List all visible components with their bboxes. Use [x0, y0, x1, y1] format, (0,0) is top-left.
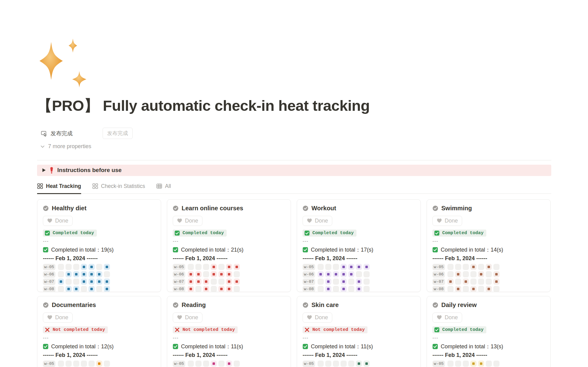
heat-cell-filled: [341, 279, 347, 285]
week-label: w-05: [173, 264, 185, 270]
heat-cell-filled: [104, 279, 110, 285]
heat-cell-empty: [96, 286, 102, 292]
week-label: w-05: [303, 264, 315, 270]
heat-cell-filled: [318, 271, 324, 277]
heat-cell-empty: [73, 279, 79, 285]
heat-grid: w-05w-06: [43, 361, 155, 367]
separator-text: ---: [303, 239, 415, 244]
heat-cell-empty: [203, 361, 209, 367]
done-button[interactable]: Done: [303, 313, 332, 323]
heat-cell-filled: [104, 264, 110, 270]
heat-cell-empty: [348, 286, 354, 292]
status-badge-label: Completed today: [183, 230, 224, 236]
tab-label: Check-in Statistics: [101, 183, 145, 189]
heat-cell-empty: [104, 271, 110, 277]
separator-text: ---: [432, 335, 545, 340]
done-button[interactable]: Done: [432, 216, 462, 226]
habit-card[interactable]: Skin care Done Not completed today ---: [297, 296, 421, 367]
check-circle-icon: [43, 205, 49, 211]
total-line: Completed in total：14(s): [432, 246, 545, 253]
week-label: w-05: [43, 361, 55, 367]
green-check-emoji-icon: [175, 230, 180, 236]
done-button[interactable]: Done: [173, 216, 202, 226]
status-badge-label: Not completed today: [312, 327, 365, 332]
notion-page: 【PRO】 Fully automatic check-in heat trac…: [37, 37, 551, 367]
week-label: w-08: [303, 286, 315, 292]
heat-cell-filled: [211, 271, 217, 277]
card-title: Swimming: [441, 205, 472, 212]
tab-all[interactable]: All: [156, 183, 171, 193]
done-button[interactable]: Done: [43, 313, 73, 323]
heat-cell-empty: [364, 279, 370, 285]
heat-cell-empty: [447, 264, 454, 270]
instructions-toggle[interactable]: Instructions before use: [37, 165, 551, 176]
heat-cell-filled: [364, 361, 370, 367]
heat-cell-empty: [318, 264, 324, 270]
card-header: Documentaries: [43, 301, 155, 309]
red-cross-emoji-icon: [175, 327, 180, 332]
done-button[interactable]: Done: [43, 216, 73, 226]
heat-cell-empty: [203, 264, 209, 270]
heat-cell-empty: [81, 286, 87, 292]
done-button[interactable]: Done: [432, 313, 462, 323]
green-check-emoji-icon: [173, 247, 178, 253]
heat-cell-empty: [325, 264, 331, 270]
heat-grid: w-05w-06w-07w-08w-09: [432, 264, 545, 292]
heat-cell-empty: [333, 361, 339, 367]
habit-card[interactable]: Swimming Done Completed today ---: [427, 199, 551, 292]
heat-grid: w-05w-06w-07w-08w-09: [43, 264, 155, 292]
heat-cell-filled: [333, 271, 339, 277]
property-row[interactable]: 发布完成 发布完成: [37, 128, 551, 139]
heat-cell-filled: [211, 361, 217, 367]
heat-cell-empty: [493, 286, 499, 292]
done-button[interactable]: Done: [173, 313, 202, 323]
heat-week-row: w-07: [432, 279, 545, 285]
heart-icon: [437, 218, 442, 223]
green-check-emoji-icon: [432, 344, 438, 349]
habit-card[interactable]: Reading Done Not completed today ---: [167, 296, 291, 367]
sparkles-page-icon[interactable]: [37, 37, 89, 90]
heart-icon: [307, 315, 312, 320]
week-label: w-07: [43, 279, 55, 285]
tab-heat-tracking[interactable]: Heat Tracking: [37, 183, 81, 193]
heat-cell-empty: [478, 279, 484, 285]
property-name: 发布完成: [51, 130, 73, 137]
heat-week-row: w-06: [432, 271, 545, 278]
habit-card-grid: Healthy diet Done Completed today ---: [37, 199, 551, 367]
habit-card[interactable]: Healthy diet Done Completed today ---: [37, 199, 161, 292]
habit-card[interactable]: Workout Done Completed today ---: [297, 199, 421, 292]
more-properties-toggle[interactable]: 7 more properties: [37, 141, 551, 152]
tab-checkin-statistics[interactable]: Check-in Statistics: [92, 183, 145, 193]
check-circle-icon: [432, 302, 438, 308]
habit-card[interactable]: Learn online courses Done Completed toda…: [167, 199, 291, 292]
heat-cell-empty: [478, 286, 484, 292]
week-label: w-05: [432, 264, 445, 270]
heat-cell-empty: [447, 361, 454, 367]
heat-grid: w-05w-06: [303, 361, 415, 367]
chevron-down-icon: [40, 144, 45, 149]
habit-card[interactable]: Daily review Done Completed today ---: [427, 296, 551, 367]
total-text: Completed in total：17(s): [311, 246, 373, 253]
card-title: Daily review: [441, 301, 477, 309]
heat-cell-empty: [218, 361, 224, 367]
heat-cell-empty: [96, 264, 102, 270]
done-button[interactable]: Done: [303, 216, 332, 226]
toggle-triangle-icon[interactable]: [42, 168, 46, 172]
green-check-emoji-icon: [434, 327, 439, 332]
heat-cell-filled: [66, 286, 72, 292]
total-text: Completed in total：11(s): [181, 343, 243, 350]
heat-cell-empty: [463, 271, 469, 277]
habit-card[interactable]: Documentaries Done Not completed today -…: [37, 296, 161, 367]
heat-cell-empty: [455, 361, 461, 367]
status-badge-label: Completed today: [53, 230, 94, 236]
week-label: w-06: [43, 271, 55, 278]
heart-icon: [177, 218, 182, 223]
heat-cell-filled: [455, 271, 461, 277]
heat-week-row: w-07: [303, 279, 415, 285]
heat-week-row: w-05: [43, 361, 155, 367]
week-label: w-08: [43, 286, 55, 292]
property-button[interactable]: 发布完成: [103, 128, 133, 139]
instructions-label: Instructions before use: [57, 167, 122, 174]
green-check-emoji-icon: [303, 344, 308, 349]
heat-cell-empty: [73, 264, 79, 270]
